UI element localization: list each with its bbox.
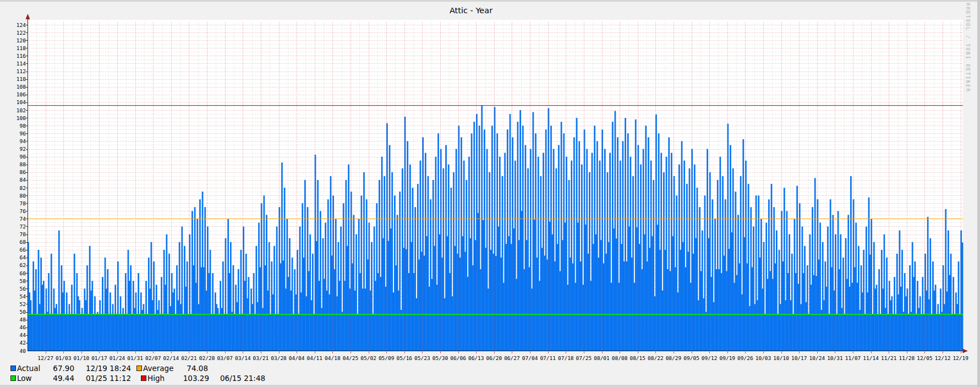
svg-text:108: 108 [17,84,26,90]
window-frame-top [0,0,980,2]
svg-text:09/12: 09/12 [702,355,718,361]
svg-text:72: 72 [20,224,26,230]
svg-text:62: 62 [20,262,26,268]
rrdtool-watermark: RRDTOOL / TOBI OETIKER [965,3,971,92]
svg-text:01/03: 01/03 [56,355,72,361]
svg-text:07/11: 07/11 [540,355,556,361]
svg-text:02/14: 02/14 [163,355,179,361]
svg-text:64: 64 [20,254,26,260]
svg-text:114: 114 [17,61,26,67]
svg-text:44: 44 [20,332,26,338]
svg-text:04/04: 04/04 [289,355,305,361]
svg-text:12/12: 12/12 [935,355,951,361]
svg-text:12/27: 12/27 [37,355,53,361]
svg-text:12/19: 12/19 [952,355,968,361]
svg-text:42: 42 [20,340,26,346]
svg-text:02/07: 02/07 [145,355,161,361]
svg-text:03/07: 03/07 [217,355,233,361]
svg-text:07/18: 07/18 [558,355,574,361]
svg-text:94: 94 [20,138,26,144]
svg-text:06/27: 06/27 [504,355,520,361]
svg-text:06/13: 06/13 [468,355,484,361]
svg-text:07/04: 07/04 [522,355,538,361]
svg-text:09/05: 09/05 [683,355,699,361]
window-frame-bottom [0,385,980,387]
svg-text:01/24: 01/24 [110,355,125,361]
svg-text:03/28: 03/28 [271,355,287,361]
svg-text:50: 50 [20,309,26,315]
svg-text:120: 120 [17,37,26,43]
svg-text:01/17: 01/17 [91,355,107,361]
svg-text:11/14: 11/14 [863,355,879,361]
svg-text:118: 118 [17,45,26,51]
svg-text:02/21: 02/21 [181,355,197,361]
svg-text:08/01: 08/01 [594,355,610,361]
svg-text:06/20: 06/20 [486,355,502,361]
svg-text:01/31: 01/31 [127,355,143,361]
svg-text:88: 88 [20,161,26,167]
svg-text:70: 70 [20,231,26,237]
svg-text:60: 60 [20,270,26,276]
svg-text:116: 116 [17,53,26,59]
svg-text:04/25: 04/25 [343,355,359,361]
svg-text:11/21: 11/21 [881,355,897,361]
svg-text:40: 40 [20,348,26,354]
svg-text:90: 90 [20,154,26,160]
svg-text:52: 52 [20,301,26,307]
chart-canvas: 4042444648505254565860626466687072747678… [0,0,980,387]
svg-text:10/10: 10/10 [773,355,789,361]
svg-text:02/28: 02/28 [199,355,215,361]
svg-text:100: 100 [17,115,26,121]
svg-text:05/30: 05/30 [432,355,448,361]
svg-text:106: 106 [17,91,26,97]
svg-text:10/31: 10/31 [827,355,843,361]
svg-text:09/19: 09/19 [719,355,735,361]
svg-text:05/16: 05/16 [396,355,412,361]
svg-text:09/26: 09/26 [737,355,753,361]
svg-text:124: 124 [17,22,26,28]
svg-text:03/14: 03/14 [235,355,251,361]
svg-text:76: 76 [20,208,26,214]
svg-text:03/21: 03/21 [253,355,269,361]
svg-text:01/10: 01/10 [74,355,90,361]
svg-text:46: 46 [20,324,26,330]
svg-text:54: 54 [20,293,26,299]
svg-text:78: 78 [20,200,26,206]
svg-text:04/18: 04/18 [325,355,341,361]
svg-text:56: 56 [20,286,26,292]
svg-text:04/11: 04/11 [306,355,322,361]
svg-text:122: 122 [17,30,26,36]
window-frame-right [977,0,980,387]
svg-text:05/23: 05/23 [414,355,430,361]
svg-text:86: 86 [20,169,26,175]
chart-title: Attic - Year [0,6,942,15]
svg-text:05/02: 05/02 [360,355,376,361]
svg-text:08/22: 08/22 [648,355,664,361]
svg-text:10/03: 10/03 [755,355,771,361]
svg-text:08/15: 08/15 [629,355,645,361]
svg-text:98: 98 [20,123,26,129]
svg-text:58: 58 [20,278,26,284]
svg-text:11/07: 11/07 [845,355,861,361]
svg-text:07/25: 07/25 [576,355,592,361]
svg-text:112: 112 [17,68,26,74]
svg-text:96: 96 [20,130,26,137]
svg-text:10/24: 10/24 [809,355,825,361]
rrd-graph-window: 4042444648505254565860626466687072747678… [0,0,980,387]
svg-text:74: 74 [20,216,26,222]
svg-text:104: 104 [17,99,26,105]
svg-text:05/09: 05/09 [379,355,395,361]
svg-text:06/06: 06/06 [450,355,466,361]
svg-text:48: 48 [20,317,26,323]
svg-text:08/29: 08/29 [666,355,682,361]
svg-text:10/17: 10/17 [791,355,807,361]
svg-text:08/08: 08/08 [612,355,628,361]
svg-text:68: 68 [20,239,26,245]
svg-text:82: 82 [20,185,26,191]
svg-text:12/05: 12/05 [917,355,933,361]
svg-text:84: 84 [20,177,26,183]
svg-text:80: 80 [20,193,26,199]
svg-text:66: 66 [20,247,26,253]
svg-text:102: 102 [17,107,26,113]
svg-text:11/28: 11/28 [899,355,915,361]
